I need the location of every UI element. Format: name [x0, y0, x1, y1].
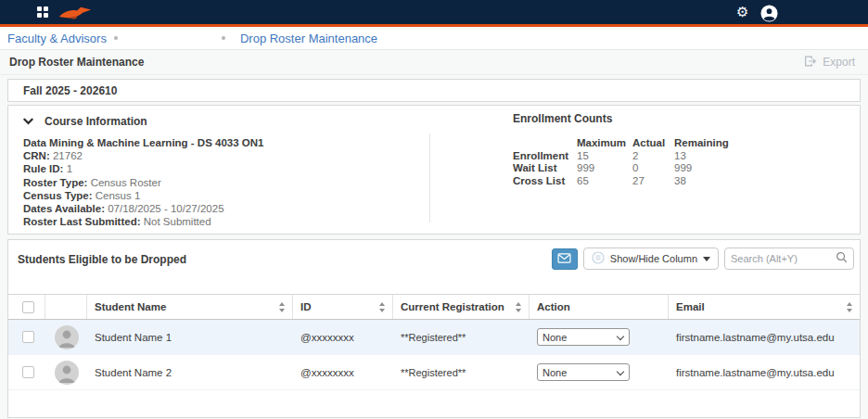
cell-email: firstname.lastname@my.utsa.edu	[669, 332, 860, 343]
avatar	[55, 325, 79, 349]
term-label: Fall 2025 - 202610	[23, 84, 117, 97]
sort-icon-current-registration[interactable]	[516, 302, 521, 312]
course-title: Data Mining & Machine Learning - DS 4033…	[23, 136, 263, 149]
sort-icon-student-name[interactable]	[279, 302, 285, 312]
menu-square	[37, 6, 42, 11]
enroll-col-remaining: Remaining	[674, 137, 729, 150]
sort-icon-email[interactable]	[847, 302, 852, 312]
enroll-row-label: Cross List	[513, 175, 577, 188]
page-header: Drop Roster Maintenance Export	[0, 50, 868, 75]
columns-ghost-icon	[592, 251, 605, 266]
search-input[interactable]	[731, 253, 836, 264]
course-field-roster-last-submitted: Roster Last Submitted: Not Submitted	[23, 215, 263, 228]
top-navbar: ⚙	[0, 0, 868, 27]
row-checkbox[interactable]	[22, 331, 34, 343]
course-information-panel: Course Information Data Mining & Machine…	[7, 105, 861, 235]
app-menu-icon[interactable]	[37, 6, 50, 19]
students-toolbar: Show/Hide Column	[552, 248, 854, 270]
course-information-title: Course Information	[45, 115, 147, 128]
students-section-title: Students Eligible to be Dropped	[18, 253, 186, 266]
student-table-row: Student Name 2 @xxxxxxxx **Registered** …	[8, 355, 860, 390]
action-select-wrap: None	[537, 328, 630, 346]
cell-current-registration: **Registered**	[393, 367, 530, 378]
cell-current-registration: **Registered**	[393, 332, 530, 343]
term-bar: Fall 2025 - 202610	[7, 79, 861, 102]
row-checkbox[interactable]	[22, 366, 34, 378]
show-hide-column-dropdown[interactable]: Show/Hide Column	[583, 248, 719, 270]
header-cell-id: ID	[293, 295, 393, 319]
cell-action: None	[530, 363, 669, 381]
student-table-row: Student Name 1 @xxxxxxxx **Registered** …	[8, 320, 860, 355]
enroll-row-label: Wait List	[513, 162, 577, 175]
menu-square	[44, 13, 48, 18]
export-icon	[803, 55, 817, 70]
course-field-census-type: Census Type: Census 1	[23, 189, 263, 202]
search-box	[724, 248, 854, 270]
breadcrumb-faculty-advisors[interactable]: Faculty & Advisors	[7, 32, 107, 45]
course-field-rule-id: Rule ID: 1	[23, 162, 263, 175]
show-hide-column-label: Show/Hide Column	[610, 253, 697, 264]
header-cell-student-name: Student Name	[87, 295, 293, 319]
enroll-row-label: Enrollment	[513, 150, 577, 163]
cell-student-id: @xxxxxxxx	[293, 367, 393, 378]
search-icon	[836, 250, 848, 267]
cell-student-name: Student Name 1	[87, 332, 293, 343]
action-select-wrap: None	[537, 363, 630, 381]
breadcrumb: Faculty & Advisors Drop Roster Maintenan…	[0, 27, 868, 50]
panel-vertical-divider	[429, 133, 430, 222]
course-field-roster-type: Roster Type: Census Roster	[23, 176, 263, 189]
export-label: Export	[823, 56, 855, 69]
enrollment-counts: Enrollment Counts Maximum Actual Remaini…	[513, 112, 729, 187]
export-button[interactable]: Export	[803, 55, 855, 70]
breadcrumb-separator-dot	[222, 36, 225, 40]
cell-action: None	[530, 328, 669, 346]
menu-square	[37, 13, 42, 18]
menu-square	[44, 6, 48, 11]
students-panel: Students Eligible to be Dropped Show/Hid…	[7, 239, 861, 418]
header-cell-select-all	[8, 295, 45, 319]
email-button[interactable]	[552, 248, 578, 270]
enroll-col-actual: Actual	[632, 137, 674, 150]
enroll-col-maximum: Maximum	[577, 137, 632, 150]
course-field-crn: CRN: 21762	[23, 149, 263, 162]
avatar	[55, 361, 79, 385]
enrollment-counts-table: Maximum Actual Remaining Enrollment 15 2…	[513, 137, 729, 187]
header-cell-action: Action	[530, 295, 669, 319]
action-select[interactable]: None	[537, 363, 630, 381]
action-select[interactable]: None	[537, 328, 630, 346]
breadcrumb-drop-roster[interactable]: Drop Roster Maintenance	[240, 32, 377, 45]
cell-student-id: @xxxxxxxx	[293, 332, 393, 343]
course-details: Data Mining & Machine Learning - DS 4033…	[23, 136, 263, 228]
chevron-down-icon	[23, 115, 33, 128]
header-cell-avatar	[45, 295, 87, 319]
course-field-dates-available: Dates Available: 07/18/2025 - 10/27/2025	[23, 202, 263, 215]
course-information-toggle[interactable]: Course Information	[23, 115, 147, 128]
select-all-checkbox[interactable]	[22, 301, 34, 313]
header-cell-current-registration: Current Registration	[393, 295, 530, 319]
user-profile-icon[interactable]	[760, 5, 778, 25]
settings-gear-icon[interactable]: ⚙	[736, 3, 748, 21]
caret-down-icon	[703, 257, 710, 261]
enrollment-counts-title: Enrollment Counts	[513, 112, 729, 125]
students-table-header: Student Name ID Current Registration Act…	[8, 294, 860, 320]
header-cell-email: Email	[669, 295, 860, 319]
envelope-icon	[557, 252, 571, 266]
breadcrumb-separator-dot	[114, 36, 118, 40]
cell-email: firstname.lastname@my.utsa.edu	[669, 367, 860, 378]
cell-student-name: Student Name 2	[87, 367, 293, 378]
page-title: Drop Roster Maintenance	[9, 56, 144, 69]
sort-icon-id[interactable]	[379, 302, 385, 312]
roadrunner-logo-icon	[57, 4, 93, 26]
